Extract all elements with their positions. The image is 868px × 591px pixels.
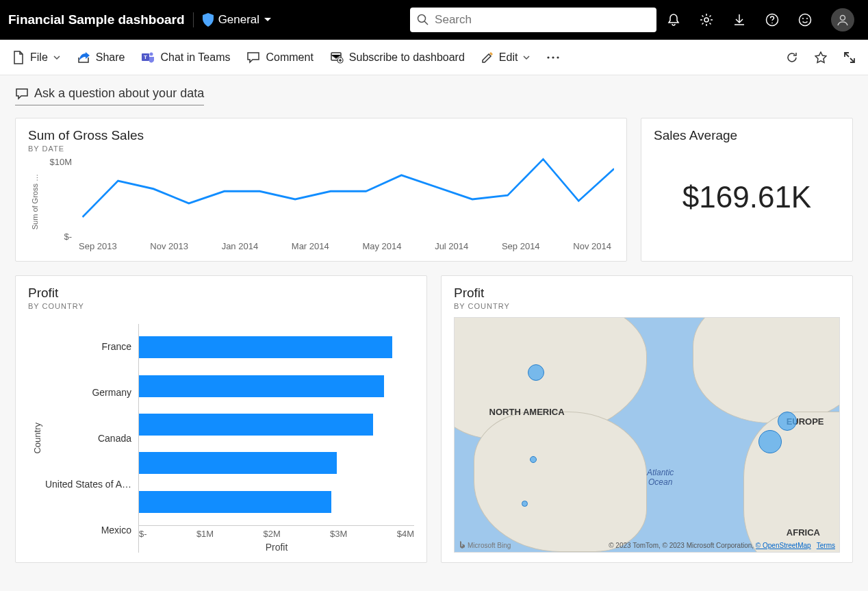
search-input[interactable] <box>435 13 650 27</box>
x-tick: $1M <box>196 529 214 539</box>
bar-cat: United States of A… <box>42 479 131 490</box>
svg-point-7 <box>806 18 808 19</box>
map-canvas[interactable]: NORTH AMERICA EUROPE AFRICA Atlantic Oce… <box>454 317 840 553</box>
tile-title: Sales Average <box>654 128 840 143</box>
comment-label: Comment <box>266 51 313 64</box>
dashboard-title: Financial Sample dashboard <box>8 12 194 27</box>
qna-input[interactable]: Ask a question about your data <box>15 86 204 105</box>
fullscreen-button[interactable] <box>843 51 856 64</box>
svg-point-14 <box>548 56 550 58</box>
y-axis: $10M $- <box>39 153 76 251</box>
x-tick: $4M <box>397 529 414 539</box>
subscribe-label: Subscribe to dashboard <box>349 51 465 64</box>
fullscreen-icon <box>843 51 856 64</box>
bar-categories: France Germany Canada United States of A… <box>42 324 138 553</box>
svg-line-1 <box>424 21 428 25</box>
svg-point-15 <box>552 56 554 58</box>
y-tick: $10M <box>49 157 72 167</box>
download-icon[interactable] <box>732 13 746 27</box>
tile-title: Sum of Gross Sales <box>28 128 614 143</box>
bar-cat: France <box>42 341 131 352</box>
svg-point-4 <box>771 23 773 24</box>
terms-link[interactable]: Terms <box>817 542 835 549</box>
comment-button[interactable]: Comment <box>246 51 313 64</box>
map-bubble-canada[interactable] <box>528 364 544 381</box>
share-button[interactable]: Share <box>77 51 125 64</box>
bing-logo: Microsoft Bing <box>459 541 511 549</box>
sensitivity-label: General <box>218 13 259 27</box>
chat-teams-button[interactable]: T Chat in Teams <box>141 51 230 64</box>
tile-sales-average[interactable]: Sales Average $169.61K <box>641 118 853 262</box>
kpi-value: $169.61K <box>654 143 840 251</box>
app-header: Financial Sample dashboard General <box>0 0 868 40</box>
osm-link[interactable]: © OpenStreetMap <box>756 542 811 549</box>
search-box[interactable] <box>410 8 656 32</box>
chevron-down-icon <box>523 54 530 61</box>
x-tick: Jan 2014 <box>222 241 259 251</box>
x-axis: Sep 2013 Nov 2013 Jan 2014 Mar 2014 May … <box>76 241 614 251</box>
comment-icon <box>246 51 260 64</box>
map-label-af: AFRICA <box>787 527 820 538</box>
tile-profit-map[interactable]: Profit BY COUNTRY NORTH AMERICA EUROPE A… <box>441 275 853 563</box>
y-axis-label: Country <box>28 423 42 454</box>
file-icon <box>12 51 25 64</box>
x-tick: Nov 2013 <box>150 241 188 251</box>
x-axis-label: Profit <box>139 542 414 553</box>
map-bubble-usa[interactable] <box>530 456 537 463</box>
qna-label: Ask a question about your data <box>34 86 204 101</box>
help-icon[interactable] <box>765 13 779 27</box>
x-tick: $2M <box>263 529 280 539</box>
map-label-na: NORTH AMERICA <box>489 407 565 417</box>
star-icon <box>815 51 827 64</box>
search-icon <box>417 14 429 26</box>
x-tick: Mar 2014 <box>292 241 329 251</box>
ellipsis-icon <box>546 55 560 60</box>
file-label: File <box>30 51 48 64</box>
x-tick: $3M <box>330 529 347 539</box>
tile-profit-bar[interactable]: Profit BY COUNTRY Country France Germany… <box>15 275 427 563</box>
more-menu[interactable] <box>546 55 560 60</box>
x-axis: $- $1M $2M $3M $4M <box>139 525 414 539</box>
share-icon <box>77 51 90 64</box>
map-bubble-germany[interactable] <box>778 412 797 431</box>
map-label-ocean: Atlantic Ocean <box>647 468 674 487</box>
tile-gross-sales-line[interactable]: Sum of Gross Sales BY DATE Sum of Gross … <box>15 118 627 262</box>
refresh-button[interactable] <box>786 51 798 64</box>
sensitivity-dropdown[interactable]: General <box>194 13 280 27</box>
svg-point-0 <box>418 15 426 23</box>
map-credits: © 2023 TomTom, © 2023 Microsoft Corporat… <box>609 542 756 549</box>
edit-icon <box>481 51 494 64</box>
share-label: Share <box>96 51 125 64</box>
feedback-icon[interactable] <box>798 13 812 27</box>
svg-point-8 <box>841 16 845 21</box>
tile-subtitle: BY COUNTRY <box>454 302 840 310</box>
svg-point-5 <box>800 14 811 26</box>
bar-cat: Mexico <box>42 525 131 536</box>
account-avatar[interactable] <box>831 8 854 32</box>
subscribe-button[interactable]: Subscribe to dashboard <box>330 51 465 64</box>
refresh-icon <box>786 51 798 64</box>
y-axis-label: Sum of Gross … <box>28 174 39 229</box>
line-chart-svg <box>76 153 614 241</box>
edit-menu[interactable]: Edit <box>481 51 531 64</box>
tile-title: Profit <box>454 286 840 301</box>
command-bar: File Share T Chat in Teams Comment Subsc… <box>0 40 868 75</box>
subscribe-icon <box>330 51 344 64</box>
tile-title: Profit <box>28 286 414 301</box>
y-tick: $- <box>64 231 72 242</box>
file-menu[interactable]: File <box>12 51 60 64</box>
chevron-down-icon <box>264 16 272 24</box>
notifications-icon[interactable] <box>667 13 680 27</box>
favorite-button[interactable] <box>815 51 827 64</box>
chevron-down-icon <box>53 54 60 61</box>
map-bubble-france[interactable] <box>758 430 782 453</box>
svg-point-11 <box>150 52 153 55</box>
chat-icon <box>15 88 29 100</box>
settings-icon[interactable] <box>700 13 713 27</box>
bar-cat: Germany <box>42 387 131 398</box>
x-tick: Sep 2014 <box>502 241 540 251</box>
svg-point-16 <box>557 56 559 58</box>
x-tick: Nov 2014 <box>573 241 611 251</box>
x-tick: $- <box>139 529 147 539</box>
svg-point-2 <box>704 18 709 22</box>
